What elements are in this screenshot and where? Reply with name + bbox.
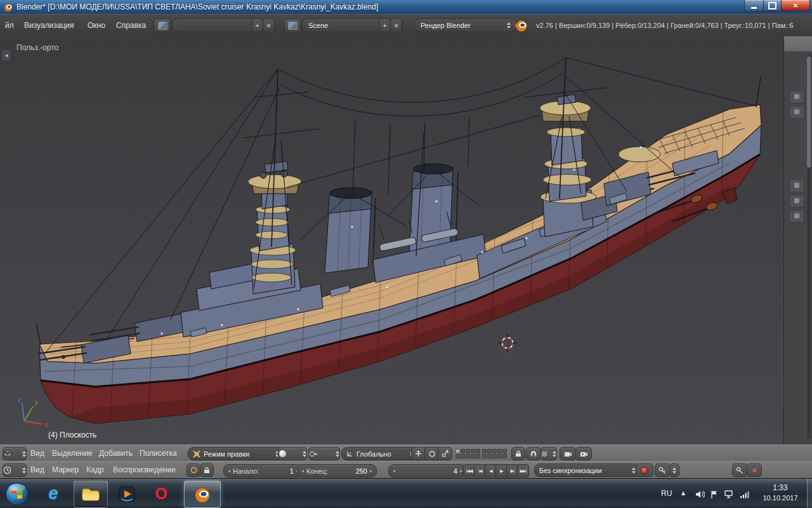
decrement-arrow-icon[interactable]: ◂ [393, 468, 395, 474]
properties-scrollbar-thumb[interactable] [807, 57, 811, 168]
x-icon: × [266, 22, 270, 29]
editor-type-button-3dview[interactable] [3, 447, 27, 460]
screen-layout-field[interactable] [171, 18, 264, 32]
close-button[interactable]: × [781, 0, 810, 11]
lock-frame-button[interactable] [200, 464, 214, 477]
window-titlebar[interactable]: Blender* [D:\МОИ МОДЕЛИ\USSA\ТИП СВЕТЛАН… [0, 0, 812, 15]
action-center-flag-icon[interactable] [710, 490, 718, 501]
tool-shelf-collapse-button[interactable]: ◂ [1, 49, 11, 62]
render-engine-dropdown[interactable]: Рендер Blender [414, 18, 518, 32]
dropdown-arrows-icon [332, 450, 339, 458]
increment-arrow-icon[interactable]: ▸ [460, 468, 462, 474]
scene-field[interactable]: Scene [301, 18, 391, 32]
lock-icon [204, 467, 210, 474]
layout-delete-button[interactable]: × [263, 18, 275, 32]
keying-set-button[interactable] [655, 464, 670, 477]
keying-set-dropdown[interactable] [669, 464, 679, 477]
taskbar-media-player-button[interactable] [113, 481, 141, 507]
layout-add-button[interactable]: + [251, 18, 263, 32]
mode-dropdown[interactable]: Режим правки [188, 447, 284, 460]
jump-to-end-button[interactable]: ▶▶| [517, 464, 529, 478]
properties-tab-scene-icon[interactable] [789, 106, 804, 119]
menu-render[interactable]: Визуализация [24, 21, 74, 30]
preview-range-button[interactable] [187, 464, 200, 477]
sync-mode-dropdown[interactable]: Без синхронизации [534, 464, 641, 477]
transform-orientation-dropdown[interactable]: Глобально [341, 447, 419, 460]
layers-widget-group2[interactable] [482, 449, 507, 458]
viewport-3d-canvas[interactable]: x y z [0, 36, 783, 444]
menu-file[interactable]: йл [5, 21, 14, 30]
network-signal-icon[interactable] [740, 490, 750, 501]
language-indicator[interactable]: RU [661, 489, 672, 498]
menu-help[interactable]: Справка [116, 21, 146, 30]
layers-widget-group1[interactable] [455, 449, 480, 458]
properties-tab-object-icon[interactable] [789, 180, 804, 192]
scale-icon [442, 450, 449, 457]
properties-header[interactable] [784, 36, 812, 52]
insert-keyframe-button[interactable] [732, 464, 747, 477]
x-icon: × [394, 22, 398, 29]
plus-icon: + [255, 22, 259, 29]
current-frame-field[interactable]: ◂ 4 ▸ [388, 464, 467, 478]
snap-element-dropdown[interactable] [540, 447, 557, 460]
viewport-shading-button[interactable] [278, 447, 307, 460]
delete-keyframe-button[interactable]: × [747, 464, 762, 477]
increment-arrow-icon[interactable]: ▸ [370, 468, 372, 474]
opengl-render-still-button[interactable] [560, 447, 576, 460]
menu-mesh[interactable]: Полисетка [140, 449, 177, 458]
lock-to-scene-button[interactable] [511, 447, 525, 460]
viewport-3d[interactable]: x y z Польз.-орто (4) Плоскость ◂ [0, 36, 812, 444]
snap-toggle-button[interactable] [526, 447, 541, 460]
taskbar-internet-explorer-button[interactable]: e [39, 481, 67, 507]
tray-expand-icon[interactable]: ▲ [681, 490, 685, 496]
decrement-arrow-icon[interactable]: ◂ [301, 468, 304, 474]
taskbar-blender-button[interactable] [184, 481, 221, 508]
properties-tab-render-icon[interactable] [789, 91, 804, 104]
manipulator-scale-button[interactable] [438, 447, 452, 460]
taskbar-opera-button[interactable]: O [147, 481, 175, 507]
menu-view[interactable]: Вид [30, 449, 44, 458]
menu-frame[interactable]: Кадр [86, 465, 103, 474]
maximize-button[interactable] [763, 0, 782, 11]
decrement-arrow-icon[interactable]: ◂ [228, 468, 230, 474]
manipulator-translate-button[interactable] [411, 447, 426, 460]
power-monitor-icon[interactable] [724, 490, 734, 501]
menu-view-timeline[interactable]: Вид [30, 465, 44, 474]
menu-select[interactable]: Выделение [52, 449, 93, 458]
taskbar-explorer-button[interactable] [74, 481, 108, 508]
windows-start-orb-icon [5, 482, 29, 506]
screen-layout-browse-button[interactable] [154, 18, 171, 32]
pivot-icon [309, 450, 319, 458]
scene-name: Scene [308, 22, 328, 29]
shading-sphere-icon [278, 450, 287, 458]
menu-playback[interactable]: Воспроизведение [113, 465, 176, 474]
record-button[interactable] [636, 464, 653, 477]
properties-tab-modifier-icon[interactable] [789, 195, 804, 208]
manipulator-rotate-button[interactable] [424, 447, 439, 460]
scene-browse-button[interactable] [284, 18, 301, 32]
volume-icon[interactable] [695, 490, 705, 501]
sync-mode-value: Без синхронизации [539, 467, 602, 474]
mode-value: Режим правки [204, 450, 249, 458]
clock-date[interactable]: 10.10.2017 [756, 494, 804, 502]
start-button[interactable] [3, 481, 32, 507]
properties-tab-material-icon[interactable] [789, 210, 804, 223]
menu-marker[interactable]: Маркер [52, 465, 79, 474]
minimize-button[interactable] [744, 0, 764, 11]
frame-start-field[interactable]: ◂ Начало: 1 ▸ [223, 464, 303, 478]
clock-time[interactable]: 1:33 [756, 483, 804, 492]
menu-add[interactable]: Добавить [99, 449, 133, 458]
media-player-icon [118, 485, 136, 503]
pivot-point-button[interactable] [308, 447, 340, 460]
view3d-header: Вид Выделение Добавить Полисетка Режим п… [0, 444, 812, 462]
opengl-render-anim-button[interactable] [575, 447, 592, 460]
show-desktop-button[interactable] [807, 479, 812, 508]
menu-window[interactable]: Окно [88, 21, 105, 30]
scene-delete-button[interactable]: × [390, 18, 402, 32]
frame-end-field[interactable]: ◂ Конец: 250 ▸ [297, 464, 377, 478]
render-animation-icon [580, 450, 588, 457]
axis-x-label: x [44, 421, 48, 428]
editor-type-button-timeline[interactable] [3, 464, 27, 477]
scene-add-button[interactable]: + [379, 18, 391, 32]
magnet-icon [530, 450, 537, 458]
